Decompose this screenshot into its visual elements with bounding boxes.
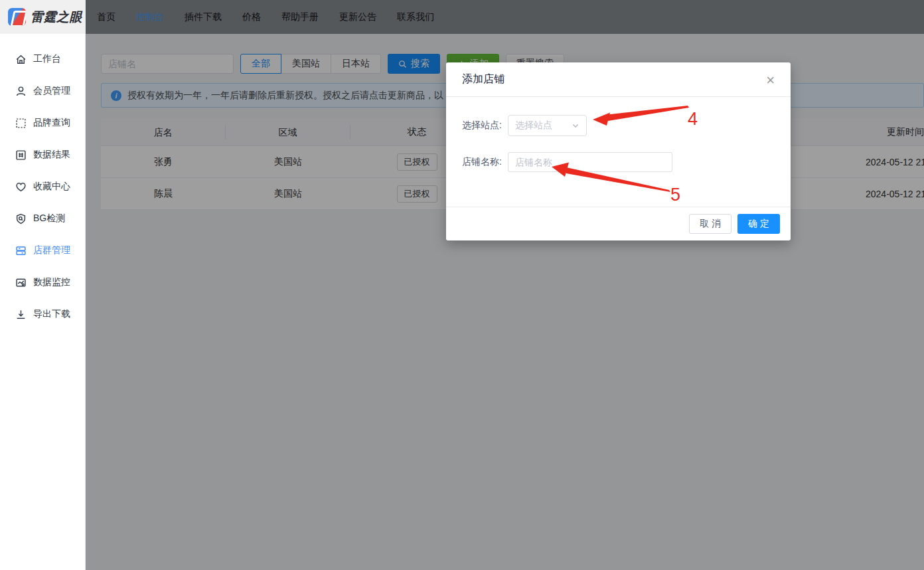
brand-grid-icon (15, 118, 27, 129)
sidebar-item-data-results[interactable]: 数据结果 (0, 139, 85, 171)
cancel-button[interactable]: 取 消 (689, 214, 732, 234)
site-select-placeholder: 选择站点 (515, 120, 552, 132)
user-icon (15, 86, 27, 97)
sidebar-item-workbench[interactable]: 工作台 (0, 43, 85, 75)
sidebar-item-label: 收藏中心 (33, 181, 70, 193)
shop-group-icon (15, 245, 27, 256)
add-shop-modal: 添加店铺 × 选择站点: 选择站点 店铺名称: 取 消 确 定 (446, 62, 791, 240)
sidebar-item-label: 店群管理 (33, 244, 70, 256)
brand-logo-icon (8, 8, 26, 26)
shield-check-icon (15, 213, 27, 225)
name-field-label: 店铺名称: (462, 156, 508, 168)
logo[interactable]: 雷霆之眼 (0, 0, 85, 34)
sidebar-item-members[interactable]: 会员管理 (0, 75, 85, 107)
sidebar-item-label: 导出下载 (33, 308, 70, 320)
sidebar: 工作台 会员管理 品牌查询 数据结果 收藏中心 BG检测 店群管理 数据监控 (0, 34, 85, 570)
name-field-row: 店铺名称: (462, 152, 775, 172)
site-select[interactable]: 选择站点 (508, 115, 587, 136)
modal-title: 添加店铺 (462, 72, 504, 86)
modal-footer: 取 消 确 定 (446, 207, 791, 240)
monitor-chart-icon (15, 277, 27, 288)
sidebar-item-export-download[interactable]: 导出下载 (0, 298, 85, 330)
sidebar-item-favorites[interactable]: 收藏中心 (0, 171, 85, 203)
sidebar-item-bg-check[interactable]: BG检测 (0, 203, 85, 235)
confirm-button[interactable]: 确 定 (737, 214, 780, 234)
site-field-row: 选择站点: 选择站点 (462, 115, 775, 136)
left-column: 雷霆之眼 工作台 会员管理 品牌查询 数据结果 收藏中心 BG检测 店群管理 (0, 0, 86, 570)
modal-header: 添加店铺 × (446, 62, 791, 97)
sidebar-item-label: BG检测 (33, 213, 65, 225)
sidebar-item-label: 数据监控 (33, 276, 70, 288)
chevron-down-icon (572, 122, 579, 130)
home-icon (15, 54, 27, 65)
sidebar-item-label: 会员管理 (33, 85, 70, 97)
close-icon[interactable]: × (763, 70, 777, 90)
sidebar-item-shop-group[interactable]: 店群管理 (0, 235, 85, 266)
site-field-label: 选择站点: (462, 120, 508, 132)
brand-name: 雷霆之眼 (31, 9, 82, 26)
data-result-icon (15, 149, 27, 161)
sidebar-item-data-monitor[interactable]: 数据监控 (0, 266, 85, 298)
sidebar-item-label: 数据结果 (33, 149, 70, 161)
sidebar-item-brand-query[interactable]: 品牌查询 (0, 107, 85, 139)
sidebar-item-label: 工作台 (33, 53, 61, 65)
modal-body: 选择站点: 选择站点 店铺名称: (446, 97, 791, 172)
download-icon (15, 309, 27, 320)
shop-name-field[interactable] (508, 152, 672, 172)
sidebar-item-label: 品牌查询 (33, 117, 70, 129)
heart-icon (15, 181, 27, 193)
